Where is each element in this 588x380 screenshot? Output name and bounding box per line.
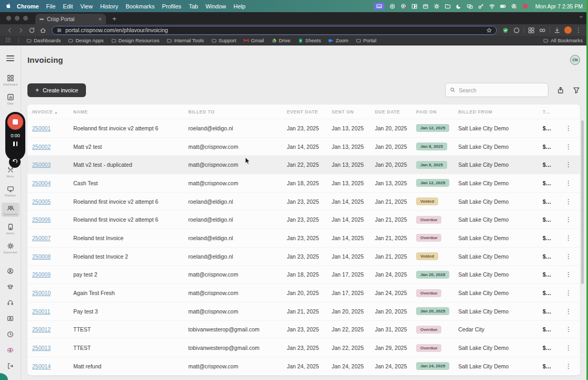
row-menu-button[interactable]: ⋮ (557, 308, 580, 315)
tab-close-icon[interactable]: × (99, 16, 102, 22)
row-menu-button[interactable]: ⋮ (557, 289, 580, 297)
table-row[interactable]: 250007Roeland test Invoiceroeland@eldigo… (27, 229, 580, 247)
table-row[interactable]: 250006Roelannd first invoice v2 attempt … (27, 210, 580, 229)
user-avatar[interactable]: CN (570, 55, 580, 65)
gear[interactable] (433, 3, 440, 10)
invoice-link[interactable]: 250001 (32, 125, 73, 131)
stop-recording-button[interactable] (7, 114, 23, 130)
bookmark-item[interactable]: Dashboards (26, 37, 61, 43)
invoice-link[interactable]: 250008 (32, 253, 73, 260)
table-row[interactable]: 250005Roelannd first invoice v2 attempt … (27, 192, 580, 211)
zoom-window-button[interactable] (23, 16, 28, 21)
menubar-item[interactable]: File (46, 3, 56, 10)
moon[interactable] (456, 3, 462, 10)
invoice-link[interactable]: 250010 (32, 290, 73, 296)
row-menu-button[interactable]: ⋮ (557, 271, 580, 278)
column-header[interactable]: INVOICE▲ (32, 109, 73, 115)
reload-icon[interactable] (26, 27, 37, 34)
forward-icon[interactable] (15, 27, 26, 34)
menubar-item[interactable]: Edit (63, 3, 73, 10)
invoice-link[interactable]: 250006 (32, 216, 73, 223)
bookmark-item[interactable]: Design Apps (68, 37, 103, 43)
invoice-link[interactable]: 250005 (32, 198, 73, 205)
table-row[interactable]: 250010Again Test Freshmatt@crispnow.comJ… (27, 283, 580, 302)
column-header[interactable]: TOTAL (543, 109, 557, 115)
menubar-item[interactable]: Window (206, 3, 226, 10)
apple-logo-icon[interactable] (5, 3, 12, 10)
search-box[interactable] (445, 83, 548, 97)
key[interactable] (478, 3, 484, 10)
sidebar-item-customers[interactable]: Customers (2, 203, 20, 217)
table-row[interactable]: 250009pay test 2matt@crispnow.comJan 18,… (27, 265, 580, 284)
tab-search-chevron-icon[interactable] (579, 12, 584, 22)
bookmark-star-icon[interactable] (486, 27, 492, 33)
all-bookmarks-button[interactable]: All Bookmarks (543, 37, 583, 43)
column-header[interactable]: EVENT DATE (287, 109, 332, 115)
invoice-link[interactable]: 250012 (32, 326, 73, 332)
bookmark-item[interactable]: Sheets (298, 37, 321, 43)
url-text[interactable]: portal.crispnow.com/en/phlavour/invoicin… (65, 27, 483, 33)
row-menu-button[interactable]: ⋮ (557, 161, 580, 168)
sidebar-item-account[interactable] (7, 267, 14, 277)
wifi[interactable] (489, 3, 495, 10)
search-input[interactable] (459, 87, 544, 93)
sidebar-item-dashboard[interactable]: Dashboard (2, 73, 20, 87)
table-row[interactable]: 250003Matt v2 test - duplicatedmatt@cris… (27, 155, 580, 174)
row-menu-button[interactable]: ⋮ (557, 363, 580, 370)
camera[interactable] (400, 3, 407, 10)
bookmark-item[interactable]: Drive (272, 37, 291, 43)
sidebar-item-language[interactable] (7, 346, 14, 356)
invoice-link[interactable]: 250003 (32, 162, 73, 168)
table-row[interactable]: 250011Pay test 3matt@crispnow.comJan 21,… (27, 302, 580, 320)
invoice-link[interactable]: 250014 (32, 363, 73, 369)
menubar-item[interactable]: Profiles (162, 3, 181, 10)
minimize-window-button[interactable] (15, 16, 20, 21)
home-icon[interactable] (37, 27, 49, 34)
sidebar-item-admin[interactable]: Admin (2, 222, 20, 236)
hamburger-menu-icon[interactable] (6, 55, 14, 61)
table-row[interactable]: 250012TTESTtobivanwesterop@gmail.comJan … (27, 320, 580, 339)
invoice-link[interactable]: 250004 (32, 180, 73, 186)
sidebar-item-support[interactable] (7, 299, 14, 308)
close-window-button[interactable] (6, 16, 11, 21)
new-tab-button[interactable]: + (112, 15, 117, 23)
avatar-dot[interactable] (522, 3, 528, 10)
menubar-item[interactable]: View (80, 3, 93, 10)
sidebar-item-history[interactable] (7, 330, 14, 340)
table-row[interactable]: 250013TTESTtobivanwesterop@gmail.comJan … (27, 338, 580, 357)
workspaces-icon[interactable] (526, 27, 537, 34)
column-header[interactable]: BILLED FROM (458, 109, 543, 115)
invoice-link[interactable]: 250002 (32, 144, 73, 150)
bookmark-item[interactable]: Zoom (328, 37, 348, 43)
screen-record[interactable] (374, 3, 384, 10)
tune-icon[interactable] (56, 27, 62, 33)
bookmark-item[interactable]: Internal Tools (167, 37, 204, 43)
bookmark-item[interactable]: Design Resources (111, 37, 160, 43)
table-row[interactable]: 250008Roeland test Invoice 2roeland@eldi… (27, 247, 580, 265)
menubar-item[interactable]: History (100, 3, 118, 10)
invoice-link[interactable]: 250013 (32, 345, 73, 351)
menubar-clock[interactable]: Mon Apr 7 2:35 PM (535, 3, 583, 10)
user-badge[interactable] (511, 3, 517, 10)
row-menu-button[interactable]: ⋮ (557, 253, 580, 260)
restart-recording-button[interactable] (9, 156, 21, 168)
browser-tab[interactable]: Crisp Portal × (35, 14, 106, 24)
battery[interactable] (500, 3, 506, 10)
export-button[interactable] (557, 87, 564, 94)
browser-profile-avatar[interactable] (564, 26, 572, 34)
browser-menu-icon[interactable]: ⋮ (573, 26, 584, 34)
row-menu-button[interactable]: ⋮ (557, 125, 580, 132)
row-menu-button[interactable]: ⋮ (557, 143, 580, 150)
invoice-link[interactable]: 250007 (32, 235, 73, 241)
back-icon[interactable] (4, 27, 15, 34)
bookmark-item[interactable]: Support (211, 37, 236, 43)
table-row[interactable]: 250001Roelannd first invoice v2 attempt … (27, 119, 580, 137)
bookmark-item[interactable]: Gmail (244, 37, 264, 43)
invoice-link[interactable]: 250009 (32, 271, 73, 278)
column-header[interactable]: BILLED TO (188, 109, 287, 115)
row-menu-button[interactable]: ⋮ (557, 344, 580, 352)
filter-button[interactable] (573, 87, 580, 94)
sidebar-item-displays[interactable]: Displays (2, 184, 20, 198)
folder[interactable] (445, 3, 451, 10)
menubar-item[interactable]: Tab (189, 3, 198, 10)
